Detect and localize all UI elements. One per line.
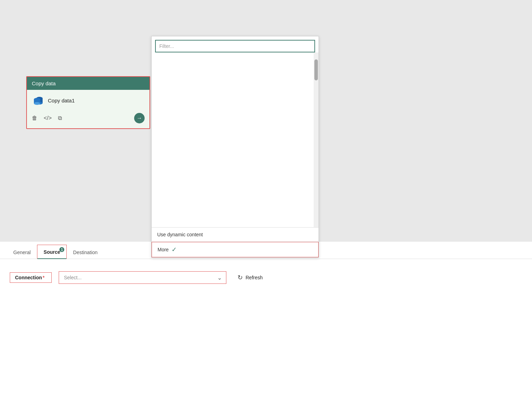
- delete-icon[interactable]: 🗑: [32, 115, 37, 121]
- copy-data-card-header: Copy data: [27, 77, 150, 90]
- refresh-icon: ↻: [238, 274, 243, 281]
- panel-scrollbar[interactable]: [314, 52, 319, 227]
- copy-data-item-name: Copy data1: [48, 98, 75, 103]
- code-icon[interactable]: </>: [44, 115, 52, 121]
- copy-data-item: Copy data1: [32, 94, 145, 107]
- bottom-panel: General Source 1 Destination Connection*…: [0, 241, 532, 402]
- connection-label: Connection: [15, 275, 42, 280]
- tab-general-label: General: [13, 250, 31, 255]
- connection-select[interactable]: Select...: [59, 272, 226, 283]
- more-label: More: [158, 247, 169, 252]
- tab-destination-label: Destination: [73, 250, 97, 255]
- copy-data-card: Copy data Copy data1 🗑 </> ⧉: [26, 76, 150, 129]
- svg-point-5: [34, 102, 40, 105]
- copy-data-actions: 🗑 </> ⧉ →: [32, 112, 145, 125]
- filter-input[interactable]: [155, 40, 315, 52]
- panel-footer: Use dynamic content More ✓: [152, 227, 319, 257]
- copy-data-card-body: Copy data1 🗑 </> ⧉ →: [27, 90, 150, 128]
- required-star: *: [43, 275, 44, 280]
- filter-wrapper: [152, 36, 319, 52]
- connection-label-box: Connection*: [10, 272, 52, 283]
- more-item[interactable]: More ✓: [152, 242, 319, 257]
- refresh-label: Refresh: [246, 275, 263, 280]
- refresh-button[interactable]: ↻ Refresh: [233, 271, 267, 284]
- check-arrow-icon: ✓: [172, 246, 177, 253]
- go-arrow-button[interactable]: →: [134, 113, 145, 123]
- dropdown-panel: Use dynamic content More ✓: [151, 36, 319, 258]
- database-icon: [32, 94, 44, 107]
- tab-general[interactable]: General: [7, 245, 37, 259]
- tab-source-badge: 1: [59, 247, 64, 252]
- tab-source[interactable]: Source 1: [37, 245, 67, 259]
- copy-icon[interactable]: ⧉: [58, 115, 62, 121]
- tab-source-label: Source: [44, 249, 60, 255]
- dynamic-content-label: Use dynamic content: [157, 232, 203, 237]
- use-dynamic-content-item[interactable]: Use dynamic content: [152, 228, 319, 242]
- connection-form-row: Connection* Select... ⌄ ↻ Refresh: [10, 271, 522, 284]
- connection-select-wrapper: Select... ⌄: [59, 271, 226, 284]
- tab-destination[interactable]: Destination: [67, 245, 104, 259]
- content-area: Connection* Select... ⌄ ↻ Refresh: [0, 259, 532, 293]
- panel-list-area: [152, 52, 319, 227]
- scrollbar-thumb: [314, 59, 318, 80]
